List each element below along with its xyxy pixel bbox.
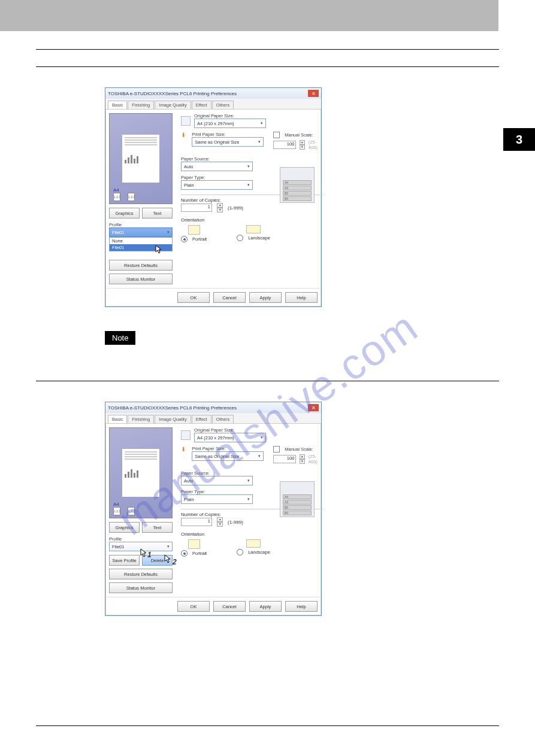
tray-label: A3 (283, 500, 312, 505)
sheet-seq-icon: 1.2.3 (128, 193, 135, 201)
tab-finishing[interactable]: Finishing (128, 415, 154, 423)
paper-source-select[interactable]: Auto▾ (181, 162, 253, 171)
tab-basic[interactable]: Basic (108, 101, 127, 109)
cancel-button[interactable]: Cancel (213, 601, 246, 612)
copies-range: (1-999) (228, 205, 243, 211)
paper-type-value: Plain (184, 497, 194, 502)
tab-others[interactable]: Others (212, 415, 234, 423)
tab-effect[interactable]: Effect (192, 415, 211, 423)
chevron-down-icon: ▾ (167, 230, 170, 235)
landscape-radio[interactable] (237, 549, 243, 555)
original-paper-size-value: A4 (210 x 297mm) (197, 435, 234, 441)
copies-range: (1-999) (228, 520, 243, 525)
copies-spinner[interactable]: ▴▾ (217, 517, 223, 527)
chevron-down-icon: ▾ (247, 497, 250, 502)
portrait-label: Portrait (192, 551, 207, 556)
landscape-label: Landscape (248, 235, 270, 241)
apply-button[interactable]: Apply (249, 601, 282, 612)
rule-bottom (36, 725, 499, 726)
paper-source-label: Paper Source: (181, 470, 323, 476)
paper-source-label: Paper Source: (181, 156, 323, 162)
apply-button[interactable]: Apply (249, 292, 282, 303)
restore-defaults-button[interactable]: Restore Defaults (109, 569, 173, 579)
ok-button[interactable]: OK (177, 601, 210, 612)
portrait-label: Portrait (192, 236, 207, 242)
rule-mid (36, 381, 499, 381)
preferences-dialog-1: TOSHIBA e-STUDIOXXXXSeries PCL6 Printing… (105, 87, 322, 307)
graphics-button[interactable]: Graphics (109, 522, 140, 533)
help-button[interactable]: Help (285, 292, 318, 303)
save-profile-button[interactable]: Save Profile (109, 555, 140, 566)
preview-pane: A4 1.2.3 1.2.3 (109, 113, 173, 204)
tabstrip: Basic Finishing Image Quality Effect Oth… (105, 413, 321, 424)
portrait-icon (188, 225, 200, 235)
text-button[interactable]: Text (142, 522, 173, 533)
print-paper-size-label: Print Paper Size: (192, 132, 264, 137)
paper-type-value: Plain (184, 183, 194, 188)
profile-option-none[interactable]: None (110, 238, 172, 244)
landscape-radio[interactable] (237, 235, 243, 241)
tray-label: A4 (283, 494, 312, 499)
scale-spinner[interactable]: ▴▾ (300, 454, 305, 464)
tray-label: A3 (283, 186, 312, 190)
chevron-down-icon: ▾ (261, 121, 263, 126)
close-icon[interactable]: ✕ (308, 404, 319, 411)
cancel-button[interactable]: Cancel (213, 292, 246, 303)
paper-type-select[interactable]: Plain▾ (181, 494, 253, 504)
status-monitor-button[interactable]: Status Monitor (109, 274, 173, 284)
graphics-button[interactable]: Graphics (109, 208, 140, 218)
copies-input[interactable]: 1 (181, 204, 212, 212)
portrait-radio[interactable] (181, 550, 188, 557)
dialog-titlebar[interactable]: TOSHIBA e-STUDIOXXXXSeries PCL6 Printing… (105, 402, 321, 413)
profile-combo[interactable]: File01 ▾ (109, 227, 173, 237)
arrow-down-icon: ⬇ (181, 132, 188, 140)
preview-size-label: A4 (113, 187, 119, 193)
tray-label: B4 (283, 511, 312, 515)
tab-effect[interactable]: Effect (192, 101, 211, 109)
profile-option-file01[interactable]: File01 (110, 244, 172, 251)
copies-spinner[interactable]: ▴▾ (217, 203, 223, 212)
tray-label: B4 (283, 196, 312, 201)
tab-others[interactable]: Others (212, 101, 234, 109)
help-button[interactable]: Help (285, 601, 318, 612)
manual-scale-checkbox[interactable] (273, 132, 280, 138)
print-paper-size-select[interactable]: Same as Original Size▾ (192, 451, 264, 461)
restore-defaults-button[interactable]: Restore Defaults (109, 260, 173, 271)
tab-basic[interactable]: Basic (108, 415, 127, 423)
profile-label: Profile (109, 222, 173, 227)
manual-scale-label: Manual Scale: (285, 132, 313, 138)
ok-button[interactable]: OK (177, 292, 210, 303)
tab-image-quality[interactable]: Image Quality (155, 101, 191, 109)
orientation-label: Orientation (181, 217, 323, 223)
manual-scale-label: Manual Scale: (285, 447, 313, 452)
close-icon[interactable]: ✕ (308, 90, 319, 97)
original-paper-size-select[interactable]: A4 (210 x 297mm)▾ (194, 119, 266, 128)
manual-scale-checkbox[interactable] (273, 446, 280, 453)
copies-input[interactable]: 1 (181, 518, 212, 526)
tab-image-quality[interactable]: Image Quality (155, 415, 191, 423)
tray-label: A4 (283, 180, 312, 185)
profile-dropdown[interactable]: None File01 (109, 237, 173, 251)
scale-spinner[interactable]: ▴▾ (300, 140, 305, 150)
text-button[interactable]: Text (142, 208, 173, 218)
tab-finishing[interactable]: Finishing (128, 101, 154, 109)
portrait-radio[interactable] (181, 236, 188, 242)
chevron-down-icon: ▾ (247, 183, 250, 187)
chevron-down-icon: ▾ (258, 454, 261, 459)
dialog-title: TOSHIBA e-STUDIOXXXXSeries PCL6 Printing… (108, 91, 237, 96)
profile-combo[interactable]: File01 ▾ (109, 542, 173, 551)
paper-source-select[interactable]: Auto▾ (181, 476, 253, 485)
landscape-label: Landscape (248, 549, 270, 555)
dialog-titlebar[interactable]: TOSHIBA e-STUDIOXXXXSeries PCL6 Printing… (105, 88, 321, 99)
chapter-tab: 3 (503, 128, 535, 151)
print-paper-size-select[interactable]: Same as Original Size▾ (192, 137, 264, 147)
preferences-dialog-2: TOSHIBA e-STUDIOXXXXSeries PCL6 Printing… (105, 402, 322, 616)
status-monitor-button[interactable]: Status Monitor (109, 582, 173, 593)
paper-type-select[interactable]: Plain▾ (181, 180, 253, 190)
callout-2: 2 (173, 558, 177, 566)
tray-label: B5 (283, 191, 312, 196)
delete-button[interactable]: Delete (142, 555, 173, 566)
scale-input[interactable]: 100 (273, 141, 296, 149)
scale-input[interactable]: 100 (273, 455, 296, 463)
original-paper-size-select[interactable]: A4 (210 x 297mm)▾ (194, 433, 266, 442)
